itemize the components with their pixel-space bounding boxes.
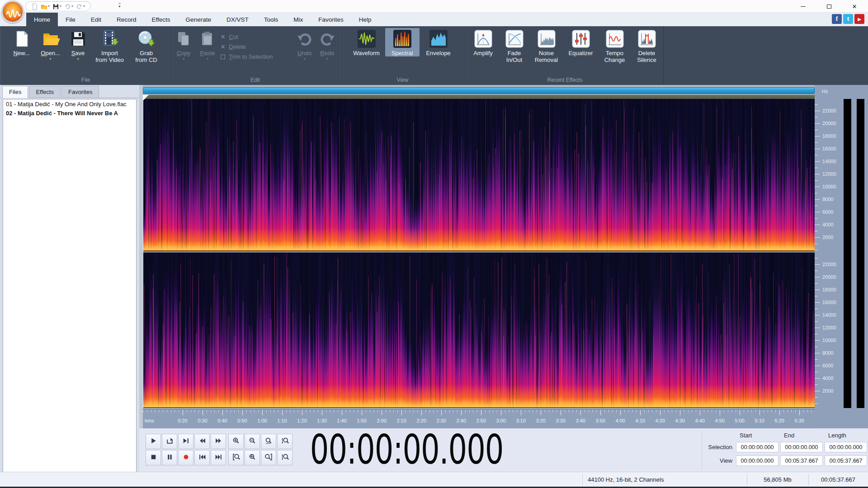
stop-button[interactable]: [146, 450, 161, 465]
freq-tick-label: 16000: [822, 146, 842, 151]
twitter-icon[interactable]: t: [843, 14, 853, 24]
zoom-left-button[interactable]: [228, 450, 244, 465]
zoom-out-button[interactable]: [245, 434, 260, 449]
ribbon-button-amplify[interactable]: Amplify: [467, 28, 499, 56]
waveform-icon: [358, 30, 376, 48]
fast-forward-button[interactable]: [211, 434, 226, 449]
rewind-button[interactable]: [194, 434, 210, 449]
play-next-button[interactable]: [178, 434, 193, 449]
minimize-button[interactable]: [791, 0, 815, 13]
qat-redo-button[interactable]: ▾: [76, 3, 85, 10]
ribbon-button-envelope[interactable]: Envelope: [420, 28, 458, 56]
menu-tab-favorites[interactable]: Favorites: [311, 13, 351, 26]
file-list[interactable]: 01 - Matija Dedić - My One And Only Love…: [3, 99, 137, 488]
playhead-marker[interactable]: [143, 95, 149, 101]
menu-tab-record[interactable]: Record: [109, 13, 144, 26]
zoom-selection-button[interactable]: [261, 434, 276, 449]
dropdown-caret-icon[interactable]: ▾: [207, 57, 208, 61]
sidebar-tab-effects[interactable]: Effects: [29, 86, 61, 98]
ribbon-button-delete-silence[interactable]: DeleteSilence: [631, 28, 663, 63]
dropdown-caret-icon[interactable]: ▾: [60, 5, 61, 8]
time-ruler[interactable]: hms 0:200:300:400:501:001:101:201:301:40…: [143, 409, 815, 428]
zoom-in-icon: [232, 437, 240, 446]
ribbon-button-paste[interactable]: Paste▾: [195, 28, 220, 61]
pane-splitter[interactable]: [139, 85, 143, 472]
menu-tab-effects[interactable]: Effects: [144, 13, 178, 26]
ribbon-button-undo[interactable]: Undo▾: [293, 28, 316, 61]
zoom-right-button[interactable]: [261, 450, 276, 465]
pause-button[interactable]: [162, 450, 177, 465]
view-end-field[interactable]: 00:05:37.667: [780, 455, 823, 466]
dropdown-caret-icon[interactable]: ▾: [71, 5, 73, 8]
menu-tab-mix[interactable]: Mix: [286, 13, 311, 26]
freq-tick: [815, 111, 820, 111]
ribbon-button-open[interactable]: Open...▾: [36, 28, 66, 61]
selection-length-field[interactable]: 00:00:00.000: [825, 442, 867, 452]
menu-tab-file[interactable]: File: [58, 13, 83, 26]
dropdown-caret-icon[interactable]: ▾: [77, 57, 79, 61]
ribbon-button-trim-to-selection[interactable]: Trim to Selection: [220, 53, 293, 60]
menu-tab-help[interactable]: Help: [351, 13, 379, 26]
menu-tab-edit[interactable]: Edit: [83, 13, 109, 26]
menu-tab-generate[interactable]: Generate: [178, 13, 219, 26]
qat-new-button[interactable]: [31, 3, 38, 10]
zoom-vertical-button[interactable]: [277, 434, 292, 449]
dropdown-caret-icon[interactable]: ▾: [48, 5, 50, 8]
qat-open-button[interactable]: ▾: [41, 3, 50, 10]
file-list-item[interactable]: 02 - Matija Dedić - There Will Never Be …: [3, 108, 136, 117]
app-logo-icon[interactable]: [1, 0, 24, 23]
dropdown-caret-icon[interactable]: ▾: [49, 57, 51, 61]
zoom-in-button[interactable]: [228, 434, 244, 449]
zoom-vertical-alt-button[interactable]: [277, 450, 292, 465]
youtube-icon[interactable]: ▸: [854, 14, 864, 24]
ribbon-button-save[interactable]: Save▾: [66, 28, 91, 61]
selection-start-field[interactable]: 00:00:00.000: [736, 442, 778, 452]
waveform-horizontal-scrollbar[interactable]: [143, 87, 815, 94]
ribbon-button-tempo-change[interactable]: TempoChange: [599, 28, 631, 63]
ribbon-button-cut[interactable]: ✕Cut: [220, 33, 293, 40]
qat-undo-button[interactable]: ▾: [64, 3, 73, 10]
menu-tab-home[interactable]: Home: [26, 13, 58, 26]
ribbon-button-waveform[interactable]: Waveform: [348, 28, 385, 56]
ruler-minor-ticks: [143, 410, 815, 413]
go-to-end-button[interactable]: [211, 450, 226, 465]
play-button[interactable]: [146, 434, 161, 449]
sidebar-tab-files[interactable]: Files: [2, 86, 28, 98]
facebook-icon[interactable]: f: [832, 14, 842, 24]
ribbon-button-redo[interactable]: Redo▾: [316, 28, 339, 61]
ribbon-button-equalizer[interactable]: Equalizer: [563, 28, 599, 56]
sidebar-tab-favorites[interactable]: Favorites: [61, 86, 99, 98]
close-button[interactable]: ✕: [843, 0, 866, 13]
ruler-major-tick: [242, 410, 243, 415]
ribbon-button-fade-in-out[interactable]: FadeIn/Out: [499, 28, 530, 63]
dropdown-caret-icon[interactable]: ▾: [83, 5, 85, 8]
view-start-field[interactable]: 00:00:00.000: [736, 455, 778, 466]
ribbon-button-import-from-video[interactable]: Importfrom Video: [91, 28, 129, 63]
selection-end-field[interactable]: 00:00:00.000: [780, 442, 823, 452]
overview-strip[interactable]: [143, 95, 815, 99]
view-length-field[interactable]: 00:05:37.667: [825, 455, 867, 466]
spectral-icon: [393, 30, 411, 48]
spectrogram-channel-1[interactable]: [143, 99, 815, 251]
menu-tab-dx-vst[interactable]: DX/VST: [219, 13, 256, 26]
dropdown-caret-icon[interactable]: ▾: [183, 57, 184, 61]
dropdown-caret-icon[interactable]: ▾: [326, 57, 328, 61]
dropdown-caret-icon[interactable]: ▾: [304, 57, 306, 61]
ribbon-button-copy[interactable]: Copy▾: [172, 28, 195, 61]
loop-button[interactable]: [162, 434, 177, 449]
save-floppy-icon: [69, 30, 87, 48]
ribbon-button-grab-from-cd[interactable]: Grabfrom CD: [129, 28, 164, 63]
maximize-button[interactable]: [817, 0, 841, 13]
spectrogram-channel-2[interactable]: [143, 253, 815, 408]
ribbon-button-spectral[interactable]: Spectral: [385, 28, 420, 56]
ribbon-button-delete[interactable]: ✕Delete: [220, 43, 293, 50]
record-button[interactable]: [178, 450, 193, 465]
customize-quick-access-icon[interactable]: ▾: [118, 3, 121, 9]
zoom-full-button[interactable]: [245, 450, 260, 465]
menu-tab-tools[interactable]: Tools: [256, 13, 286, 26]
qat-save-button[interactable]: ▾: [52, 3, 61, 10]
go-to-start-button[interactable]: [194, 450, 210, 465]
ribbon-button-new[interactable]: New...: [8, 28, 36, 56]
ribbon-button-noise-removal[interactable]: NoiseRemoval: [530, 28, 563, 63]
file-list-item[interactable]: 01 - Matija Dedić - My One And Only Love…: [3, 99, 136, 108]
